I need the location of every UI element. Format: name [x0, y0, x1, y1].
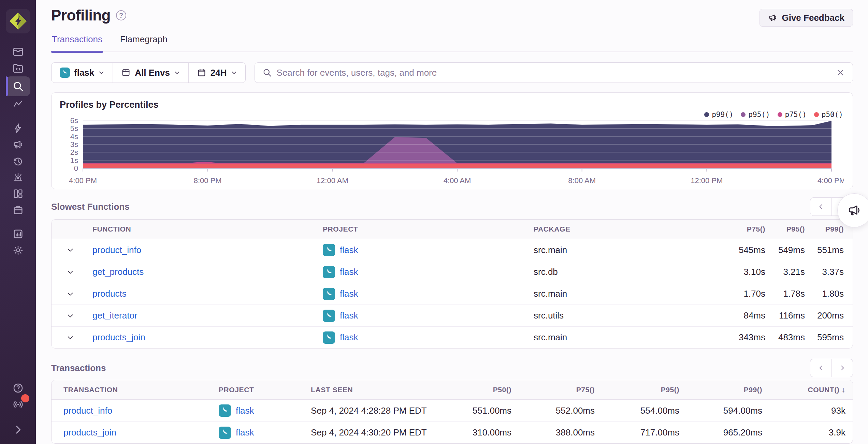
- p95-cell: 554.00ms: [595, 405, 679, 416]
- sidebar-item-settings[interactable]: [6, 242, 30, 258]
- function-link[interactable]: get_iterator: [89, 310, 319, 321]
- sidebar-item-issues[interactable]: [6, 44, 30, 60]
- tab-transactions[interactable]: Transactions: [51, 31, 103, 51]
- project-link[interactable]: flask: [236, 405, 254, 416]
- transaction-link[interactable]: products_join: [52, 427, 207, 438]
- project-link[interactable]: flask: [340, 245, 358, 255]
- sidebar-item-broadcast[interactable]: [6, 396, 30, 413]
- svg-text:4:00 AM: 4:00 AM: [444, 176, 471, 185]
- legend-item-p99[interactable]: p99(): [704, 110, 733, 119]
- project-link[interactable]: flask: [236, 427, 254, 438]
- svg-text:5s: 5s: [70, 124, 78, 133]
- table-row: products flask src.main 1.70s 1.78s 1.80…: [52, 283, 853, 305]
- code-folder-icon: [12, 62, 24, 74]
- col-p99[interactable]: P99(): [805, 225, 844, 233]
- clear-search-button[interactable]: [836, 68, 845, 77]
- chevron-left-icon: [818, 365, 824, 371]
- col-p75[interactable]: P75(): [511, 386, 595, 394]
- function-link[interactable]: products: [89, 288, 319, 299]
- col-count[interactable]: COUNT()↓: [762, 385, 845, 394]
- sidebar-item-archive[interactable]: [6, 202, 30, 218]
- expand-row-button[interactable]: [52, 290, 89, 298]
- issues-icon: [12, 46, 24, 58]
- function-link[interactable]: product_info: [89, 245, 319, 255]
- search-input[interactable]: [277, 68, 831, 78]
- p95-cell: 549ms: [765, 245, 805, 255]
- lightning-icon: [12, 122, 24, 134]
- megaphone-icon: [12, 139, 24, 150]
- sidebar-expand-button[interactable]: [6, 421, 30, 438]
- legend-label: p50(): [822, 110, 843, 119]
- svg-text:4s: 4s: [70, 132, 78, 141]
- page-help-icon[interactable]: ?: [116, 10, 126, 20]
- project-filter[interactable]: flask: [52, 63, 113, 83]
- sidebar-item-history[interactable]: [6, 153, 30, 169]
- sidebar-item-explore[interactable]: [6, 76, 30, 96]
- chevron-right-icon: [12, 424, 24, 435]
- floating-feedback-button[interactable]: [837, 193, 868, 227]
- sidebar-item-projects[interactable]: [6, 60, 30, 76]
- project-link[interactable]: flask: [340, 332, 358, 343]
- legend-item-p75[interactable]: p75(): [778, 110, 807, 119]
- transactions-table: TRANSACTION PROJECT LAST SEEN P50() P75(…: [51, 380, 853, 444]
- legend-label: p75(): [785, 110, 807, 119]
- expand-row-button[interactable]: [52, 334, 89, 341]
- package-cell: src.main: [530, 288, 700, 299]
- bar-chart-icon: [12, 228, 24, 240]
- project-link[interactable]: flask: [340, 267, 358, 277]
- function-link[interactable]: get_products: [89, 267, 319, 277]
- percentiles-chart-panel: Profiles by Percentiles p99()p95()p75()p…: [51, 92, 853, 189]
- svg-text:12:00 AM: 12:00 AM: [317, 176, 348, 185]
- next-page-button[interactable]: [831, 359, 853, 377]
- flask-project-icon: [323, 288, 335, 300]
- expand-row-button[interactable]: [52, 312, 89, 320]
- legend-label: p99(): [712, 110, 733, 119]
- expand-row-button[interactable]: [52, 268, 89, 276]
- app-logo[interactable]: [6, 9, 30, 33]
- p99-cell: 594.00ms: [679, 405, 762, 416]
- megaphone-icon: [768, 13, 778, 23]
- sidebar-item-lightning[interactable]: [6, 120, 30, 136]
- project-link[interactable]: flask: [340, 310, 358, 321]
- tab-flamegraph[interactable]: Flamegraph: [119, 31, 168, 51]
- p95-cell: 483ms: [765, 332, 805, 343]
- svg-text:4:00 PM: 4:00 PM: [69, 176, 97, 185]
- p75-cell: 545ms: [700, 245, 765, 255]
- megaphone-icon: [847, 203, 862, 218]
- sidebar-item-whats-new[interactable]: [6, 136, 30, 153]
- chevron-down-icon: [67, 290, 74, 298]
- p95-cell: 3.21s: [765, 267, 805, 277]
- svg-text:1s: 1s: [70, 156, 78, 165]
- sidebar-item-stats[interactable]: [6, 226, 30, 242]
- sidebar-item-dashboards[interactable]: [6, 186, 30, 202]
- gear-icon: [12, 245, 24, 256]
- legend-dot: [814, 112, 819, 117]
- p75-cell: 1.70s: [700, 288, 765, 299]
- transaction-link[interactable]: product_info: [52, 405, 207, 416]
- sidebar-item-help[interactable]: [6, 380, 30, 396]
- sidebar-item-alerts[interactable]: [6, 169, 30, 186]
- prev-page-button[interactable]: [810, 359, 831, 377]
- col-p99[interactable]: P99(): [679, 386, 762, 394]
- project-link[interactable]: flask: [340, 288, 358, 299]
- main-content: Profiling ? Give Feedback Transactions F…: [36, 0, 868, 444]
- svg-text:8:00 AM: 8:00 AM: [568, 176, 596, 185]
- expand-row-button[interactable]: [52, 246, 89, 254]
- col-p95[interactable]: P95(): [595, 386, 679, 394]
- col-last-seen[interactable]: LAST SEEN: [299, 386, 427, 394]
- sidebar-item-metrics[interactable]: [6, 96, 30, 113]
- environment-filter[interactable]: All Envs: [113, 63, 188, 83]
- legend-item-p50[interactable]: p50(): [814, 110, 843, 119]
- prev-page-button[interactable]: [810, 198, 831, 216]
- function-link[interactable]: products_join: [89, 332, 319, 343]
- legend-item-p95[interactable]: p95(): [741, 110, 770, 119]
- col-p50[interactable]: P50(): [427, 386, 511, 394]
- date-range-filter[interactable]: 24H: [188, 63, 245, 83]
- col-p75[interactable]: P75(): [700, 225, 765, 233]
- col-p95[interactable]: P95(): [765, 225, 805, 233]
- chevron-down-icon: [174, 70, 180, 76]
- table-row: products_join flask Sep 4, 2024 4:30:20 …: [52, 421, 853, 443]
- flask-project-icon: [323, 244, 335, 256]
- give-feedback-button[interactable]: Give Feedback: [760, 9, 853, 27]
- search-icon: [12, 80, 24, 92]
